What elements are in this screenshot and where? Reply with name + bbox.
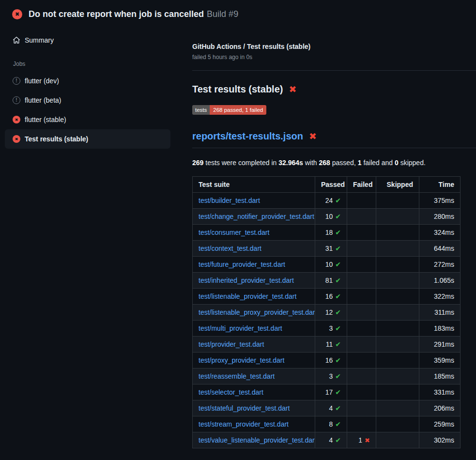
skipped-cell bbox=[376, 225, 419, 241]
table-row: test/stream_provider_test.dart8✔259ms bbox=[193, 416, 461, 432]
suite-cell: test/builder_test.dart bbox=[193, 193, 315, 209]
column-header: Passed bbox=[315, 177, 347, 193]
test-suite-link[interactable]: test/builder_test.dart bbox=[199, 197, 260, 204]
skipped-cell bbox=[376, 273, 419, 289]
sidebar-job-item[interactable]: !flutter (beta) bbox=[5, 91, 170, 110]
table-row: test/listenable_proxy_provider_test.dart… bbox=[193, 305, 461, 321]
test-suite-link[interactable]: test/listenable_proxy_provider_test.dart bbox=[199, 308, 315, 316]
skipped-cell bbox=[376, 305, 419, 321]
suite-cell: test/listenable_provider_test.dart bbox=[193, 289, 315, 305]
test-suite-link[interactable]: test/context_test.dart bbox=[199, 245, 261, 252]
passed-cell: 12✔ bbox=[315, 305, 347, 321]
pass-check-icon: ✔ bbox=[335, 229, 341, 236]
passed-cell: 81✔ bbox=[315, 273, 347, 289]
skipped-cell bbox=[376, 416, 419, 432]
time-cell: 359ms bbox=[419, 353, 461, 368]
pass-check-icon: ✔ bbox=[335, 245, 341, 252]
passed-cell: 11✔ bbox=[315, 337, 347, 353]
report-file-link[interactable]: reports/test-results.json bbox=[192, 131, 303, 142]
test-suite-link[interactable]: test/proxy_provider_test.dart bbox=[199, 356, 284, 364]
sidebar-jobs-list: !flutter (dev)!flutter (beta)✖flutter (s… bbox=[5, 71, 170, 149]
time-cell: 259ms bbox=[419, 416, 461, 432]
failed-cell bbox=[347, 241, 376, 257]
pass-check-icon: ✔ bbox=[335, 356, 341, 364]
passed-cell: 18✔ bbox=[315, 225, 347, 241]
pass-check-icon: ✔ bbox=[335, 372, 341, 380]
pass-check-icon: ✔ bbox=[335, 276, 341, 284]
sidebar-job-label: flutter (stable) bbox=[25, 116, 66, 123]
pass-check-icon: ✔ bbox=[335, 197, 341, 204]
table-row: test/proxy_provider_test.dart16✔359ms bbox=[193, 353, 461, 368]
fail-x-icon: ✖ bbox=[365, 437, 370, 444]
suite-cell: test/selector_test.dart bbox=[193, 384, 315, 400]
table-header: Test suitePassedFailedSkippedTime bbox=[193, 177, 461, 193]
table-row: test/builder_test.dart24✔375ms bbox=[193, 193, 461, 209]
time-cell: 311ms bbox=[419, 305, 461, 321]
home-icon bbox=[13, 36, 20, 44]
passed-cell: 31✔ bbox=[315, 241, 347, 257]
test-suite-link[interactable]: test/stateful_provider_test.dart bbox=[199, 404, 290, 412]
failed-status-icon: ✖ bbox=[13, 135, 20, 143]
summary-segment: 0 bbox=[395, 159, 399, 167]
time-cell: 331ms bbox=[419, 384, 461, 400]
test-suite-link[interactable]: test/stream_provider_test.dart bbox=[199, 420, 289, 428]
skipped-cell bbox=[376, 353, 419, 368]
failed-cell bbox=[347, 305, 376, 321]
badge-label: tests bbox=[192, 105, 210, 115]
sidebar-job-label: Test results (stable) bbox=[25, 135, 88, 143]
suite-cell: test/proxy_provider_test.dart bbox=[193, 353, 315, 368]
sidebar-job-item[interactable]: ✖Test results (stable) bbox=[5, 129, 170, 149]
time-cell: 272ms bbox=[419, 257, 461, 273]
failed-cell bbox=[347, 289, 376, 305]
failed-cell bbox=[347, 337, 376, 353]
test-suite-link[interactable]: test/change_notifier_provider_test.dart bbox=[199, 213, 314, 220]
test-suite-link[interactable]: test/multi_provider_test.dart bbox=[199, 324, 282, 332]
failed-cell bbox=[347, 225, 376, 241]
pass-check-icon: ✔ bbox=[335, 292, 341, 300]
table-row: test/value_listenable_provider_test.dart… bbox=[193, 432, 461, 448]
failed-cell bbox=[347, 384, 376, 400]
test-suite-link[interactable]: test/inherited_provider_test.dart bbox=[199, 276, 294, 284]
skipped-cell bbox=[376, 289, 419, 305]
sidebar-job-item[interactable]: ✖flutter (stable) bbox=[5, 110, 170, 129]
pass-check-icon: ✔ bbox=[335, 420, 341, 428]
failed-cell bbox=[347, 257, 376, 273]
time-cell: 206ms bbox=[419, 400, 461, 416]
sidebar-job-label: flutter (beta) bbox=[25, 96, 61, 104]
failed-cell bbox=[347, 416, 376, 432]
test-suite-link[interactable]: test/reassemble_test.dart bbox=[199, 372, 275, 380]
check-run-title: Test results (stable) ✖ bbox=[192, 84, 476, 95]
test-suite-link[interactable]: test/provider_test.dart bbox=[199, 340, 264, 348]
suite-cell: test/stateful_provider_test.dart bbox=[193, 400, 315, 416]
suite-cell: test/future_provider_test.dart bbox=[193, 257, 315, 273]
test-suite-link[interactable]: test/selector_test.dart bbox=[199, 388, 263, 396]
skipped-cell bbox=[376, 193, 419, 209]
main-panel: GitHub Actions / Test results (stable) f… bbox=[192, 26, 476, 448]
test-suite-link[interactable]: test/value_listenable_provider_test.dart bbox=[199, 436, 315, 444]
run-meta-text: failed 5 hours ago in 0s bbox=[192, 54, 476, 61]
table-row: test/listenable_provider_test.dart16✔322… bbox=[193, 289, 461, 305]
passed-cell: 3✔ bbox=[315, 321, 347, 337]
run-header: ✖ Do not create report when job is cance… bbox=[0, 0, 476, 20]
summary-segment: failed and bbox=[362, 159, 395, 167]
neutral-status-icon: ! bbox=[13, 96, 20, 104]
test-suite-link[interactable]: test/listenable_provider_test.dart bbox=[199, 292, 296, 300]
summary-segment: 32.964s bbox=[278, 159, 303, 167]
time-cell: 322ms bbox=[419, 289, 461, 305]
time-cell: 291ms bbox=[419, 337, 461, 353]
pass-check-icon: ✔ bbox=[335, 324, 341, 332]
passed-cell: 4✔ bbox=[315, 432, 347, 448]
sidebar-job-item[interactable]: !flutter (dev) bbox=[5, 71, 170, 91]
passed-cell: 16✔ bbox=[315, 289, 347, 305]
skipped-cell bbox=[376, 384, 419, 400]
tests-badge: tests 268 passed, 1 failed bbox=[192, 105, 266, 115]
sidebar-item-summary[interactable]: Summary bbox=[5, 31, 170, 49]
time-cell: 302ms bbox=[419, 432, 461, 448]
test-suite-link[interactable]: test/consumer_test.dart bbox=[199, 229, 269, 236]
failed-cell: 1✖ bbox=[347, 432, 376, 448]
summary-segment: 268 bbox=[319, 159, 330, 167]
skipped-cell bbox=[376, 432, 419, 448]
passed-cell: 10✔ bbox=[315, 257, 347, 273]
test-suite-link[interactable]: test/future_provider_test.dart bbox=[199, 261, 285, 268]
badge-value: 268 passed, 1 failed bbox=[210, 105, 266, 115]
